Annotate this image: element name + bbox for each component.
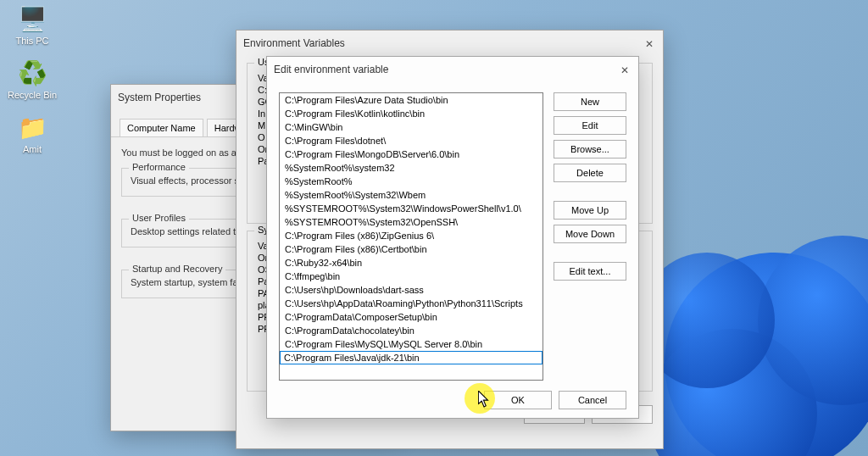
this-pc-icon: 🖥️ [17, 3, 47, 34]
path-list-item[interactable]: C:\Program Files\MySQL\MySQL Server 8.0\… [280, 337, 542, 351]
path-list-item[interactable]: C:\Users\hp\AppData\Roaming\Python\Pytho… [280, 297, 542, 310]
desktop-icon-this-pc[interactable]: 🖥️ This PC [7, 3, 58, 46]
edit-ok-button[interactable]: OK [484, 391, 552, 409]
path-list[interactable]: C:\Program Files\Azure Data Studio\binC:… [279, 92, 543, 381]
path-list-item[interactable]: C:\MinGW\bin [280, 120, 542, 134]
path-list-item[interactable]: C:\ProgramData\chocolatey\bin [280, 324, 542, 337]
browse-button[interactable]: Browse... [554, 140, 626, 158]
path-list-item[interactable]: C:\Program Files (x86)\Certbot\bin [280, 242, 542, 256]
edit-cancel-button[interactable]: Cancel [559, 391, 626, 409]
user-folder-icon: 📁 [17, 112, 47, 142]
path-list-item[interactable]: C:\Program Files (x86)\ZipGenius 6\ [280, 229, 542, 242]
path-list-item[interactable]: C:\ProgramData\ComposerSetup\bin [280, 310, 542, 324]
path-list-item[interactable]: C:\Program Files\Azure Data Studio\bin [280, 93, 542, 107]
path-list-item[interactable]: C:\Program Files\Kotlin\kotlinc\bin [280, 107, 542, 120]
move-down-button[interactable]: Move Down [554, 225, 626, 243]
edit-dialog-title: Edit environment variable [267, 57, 638, 82]
desktop-icon-recycle-bin[interactable]: ♻️ Recycle Bin [7, 58, 58, 100]
new-button[interactable]: New [554, 92, 626, 111]
path-edit-input[interactable] [280, 351, 542, 364]
path-list-item[interactable]: %SystemRoot%\system32 [280, 161, 542, 175]
path-list-item[interactable]: %SystemRoot% [280, 175, 542, 188]
desktop-icon-label: Recycle Bin [8, 90, 57, 100]
path-list-item[interactable]: C:\ffmpeg\bin [280, 270, 542, 283]
desktop-icon-label: Amit [23, 144, 42, 154]
path-list-item[interactable]: %SYSTEMROOT%\System32\WindowsPowerShell\… [280, 202, 542, 215]
env-vars-close-icon[interactable]: ✕ [639, 34, 659, 54]
recycle-bin-icon: ♻️ [17, 58, 47, 88]
sysprops-tab[interactable]: Computer Name [120, 119, 203, 136]
env-vars-title: Environment Variables [236, 31, 663, 56]
edit-dialog-close-icon[interactable]: ✕ [615, 60, 635, 81]
move-up-button[interactable]: Move Up [554, 201, 626, 220]
desktop-icons: 🖥️ This PC♻️ Recycle Bin📁 Amit [7, 3, 66, 166]
edit-button[interactable]: Edit [554, 116, 626, 135]
path-list-item[interactable]: C:\Program Files\dotnet\ [280, 134, 542, 147]
path-list-item[interactable]: C:\Program Files\MongoDB\Server\6.0\bin [280, 147, 542, 161]
path-list-item[interactable]: %SYSTEMROOT%\System32\OpenSSH\ [280, 215, 542, 229]
desktop-icon-label: This PC [15, 36, 48, 46]
delete-button[interactable]: Delete [554, 164, 626, 182]
path-list-item[interactable]: C:\Ruby32-x64\bin [280, 256, 542, 270]
edit-environment-variable-dialog: Edit environment variable ✕ C:\Program F… [266, 56, 639, 419]
path-list-item[interactable]: %SystemRoot%\System32\Wbem [280, 188, 542, 202]
path-list-item[interactable]: C:\Users\hp\Downloads\dart-sass [280, 283, 542, 297]
desktop-icon-user-folder[interactable]: 📁 Amit [7, 112, 58, 154]
path-list-item-editing[interactable] [280, 351, 542, 364]
edit-text-button[interactable]: Edit text... [554, 262, 626, 281]
